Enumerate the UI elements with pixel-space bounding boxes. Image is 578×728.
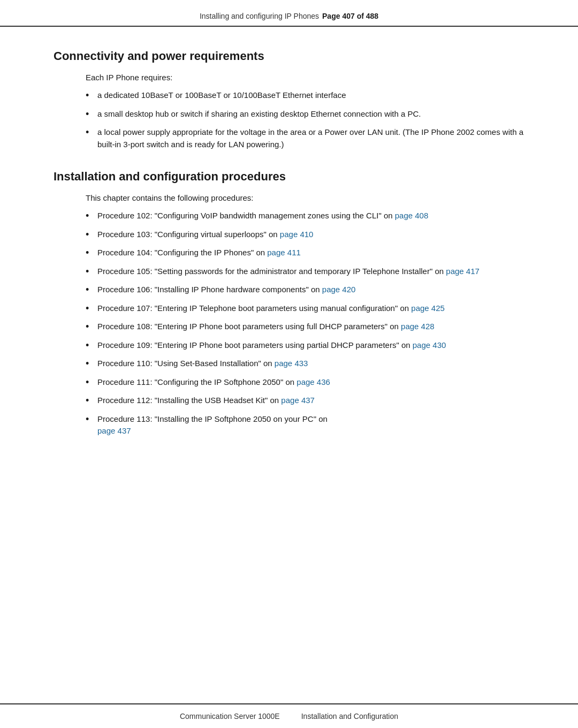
- page-container: Installing and configuring IP Phones Pag…: [0, 0, 578, 728]
- section2-bullet-list: Procedure 102: "Configuring VoIP bandwid…: [86, 210, 524, 437]
- link-page417[interactable]: page 417: [446, 267, 480, 276]
- link-page410[interactable]: page 410: [280, 230, 314, 239]
- section2-heading: Installation and configuration procedure…: [54, 170, 524, 184]
- link-page437b[interactable]: page 437: [97, 426, 131, 435]
- link-page430[interactable]: page 430: [413, 340, 446, 350]
- list-item: Procedure 112: "Installing the USB Heads…: [86, 395, 524, 407]
- link-page436[interactable]: page 436: [296, 377, 330, 386]
- section1-bullet-list: a dedicated 10BaseT or 100BaseT or 10/10…: [86, 89, 524, 150]
- section1-intro: Each IP Phone requires:: [86, 73, 524, 82]
- footer-left: Communication Server 1000E: [180, 712, 280, 721]
- header-page-info: Page 407 of 488: [322, 12, 378, 20]
- list-item: Procedure 111: "Configuring the IP Softp…: [86, 376, 524, 389]
- list-item: Procedure 110: "Using Set-Based Installa…: [86, 358, 524, 370]
- link-page408[interactable]: page 408: [395, 211, 429, 220]
- list-item: a small desktop hub or switch if sharing…: [86, 108, 524, 120]
- list-item: Procedure 103: "Configuring virtual supe…: [86, 229, 524, 241]
- header-title: Installing and configuring IP Phones: [200, 12, 319, 20]
- list-item: Procedure 106: "Installing IP Phone hard…: [86, 284, 524, 296]
- list-item: Procedure 109: "Entering IP Phone boot p…: [86, 339, 524, 352]
- list-item: Procedure 102: "Configuring VoIP bandwid…: [86, 210, 524, 222]
- list-item: Procedure 105: "Setting passwords for th…: [86, 266, 524, 278]
- link-page437a[interactable]: page 437: [281, 396, 315, 405]
- footer-right: Installation and Configuration: [301, 712, 398, 721]
- link-page420[interactable]: page 420: [322, 285, 356, 294]
- list-item: Procedure 113: "Installing the IP Softph…: [86, 413, 524, 437]
- list-item: a local power supply appropriate for the…: [86, 126, 524, 150]
- list-item: Procedure 108: "Entering IP Phone boot p…: [86, 321, 524, 333]
- page-footer: Communication Server 1000E Installation …: [0, 703, 578, 728]
- page-content: Connectivity and power requirements Each…: [0, 27, 578, 703]
- link-page433[interactable]: page 433: [275, 359, 308, 368]
- link-page411[interactable]: page 411: [267, 248, 301, 257]
- page-header: Installing and configuring IP Phones Pag…: [0, 0, 578, 27]
- list-item: a dedicated 10BaseT or 100BaseT or 10/10…: [86, 89, 524, 102]
- section2-intro: This chapter contains the following proc…: [86, 193, 524, 202]
- section1-heading: Connectivity and power requirements: [54, 49, 524, 63]
- link-page428[interactable]: page 428: [401, 322, 435, 331]
- list-item: Procedure 107: "Entering IP Telephone bo…: [86, 302, 524, 315]
- list-item: Procedure 104: "Configuring the IP Phone…: [86, 247, 524, 259]
- link-page425[interactable]: page 425: [411, 304, 445, 313]
